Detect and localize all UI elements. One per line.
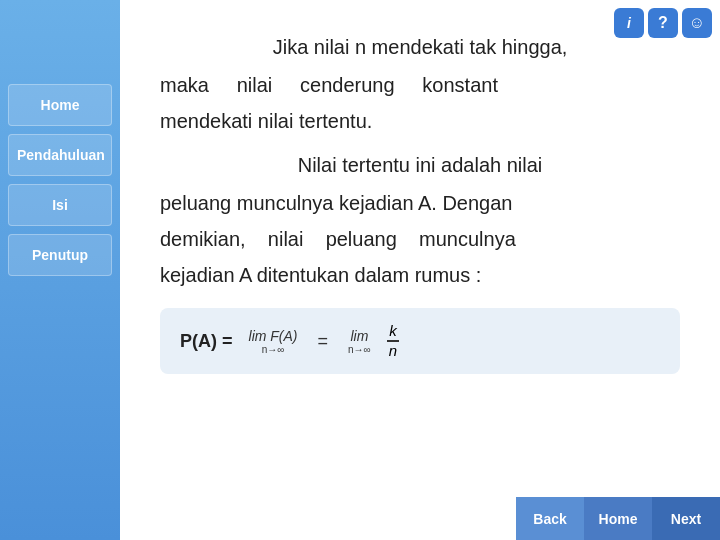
top-icon-group: i ? ☺	[614, 8, 712, 38]
sidebar-item-home[interactable]: Home	[8, 84, 112, 126]
sidebar-item-isi[interactable]: Isi	[8, 184, 112, 226]
bottom-nav: Back Home Next	[516, 497, 720, 540]
formula-lim2-block: lim n→∞ k n	[348, 322, 399, 360]
text-line7: kejadian A ditentukan dalam rumus :	[160, 258, 680, 292]
sidebar-item-pendahuluan[interactable]: Pendahuluan	[8, 134, 112, 176]
text-line1: Jika nilai n mendekati tak hingga,	[160, 30, 680, 64]
fraction-kn: k n	[387, 322, 399, 360]
main-text-block: Jika nilai n mendekati tak hingga, maka …	[160, 30, 680, 292]
content-area: Jika nilai n mendekati tak hingga, maka …	[120, 0, 720, 394]
formula-equals: =	[318, 331, 329, 352]
back-button[interactable]: Back	[516, 497, 584, 540]
formula-prefix: P(A) =	[180, 331, 233, 352]
info-button[interactable]: i	[614, 8, 644, 38]
lim2-block: lim n→∞	[348, 328, 371, 355]
help-button[interactable]: ?	[648, 8, 678, 38]
sidebar: Home Pendahuluan Isi Penutup	[0, 0, 120, 540]
formula-lim1-block: lim F(A) n→∞	[249, 328, 298, 355]
text-line4: Nilai tertentu ini adalah nilai	[160, 148, 680, 182]
sidebar-item-penutup[interactable]: Penutup	[8, 234, 112, 276]
lim1-block: lim F(A) n→∞	[249, 328, 298, 355]
home-button[interactable]: Home	[584, 497, 652, 540]
next-button[interactable]: Next	[652, 497, 720, 540]
text-line2: maka nilai cenderung konstant	[160, 68, 680, 102]
text-line3: mendekati nilai tertentu.	[160, 104, 680, 138]
user-button[interactable]: ☺	[682, 8, 712, 38]
text-line6: demikian, nilai peluang munculnya	[160, 222, 680, 256]
text-line5: peluang munculnya kejadian A. Dengan	[160, 186, 680, 220]
formula-box: P(A) = lim F(A) n→∞ = lim n→∞ k n	[160, 308, 680, 374]
main-content: i ? ☺ Jika nilai n mendekati tak hingga,…	[120, 0, 720, 540]
